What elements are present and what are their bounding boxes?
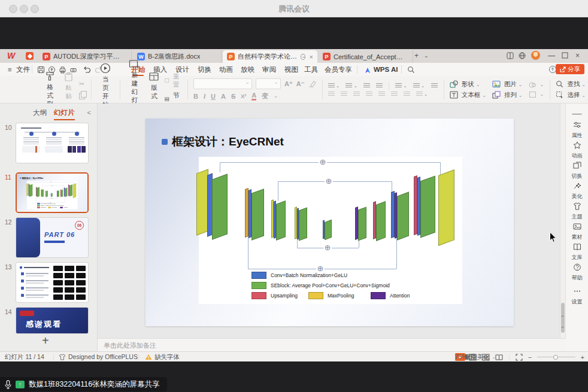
superscript-button[interactable]: X² bbox=[241, 93, 246, 99]
sidebar-tool-beautify[interactable]: 美化 bbox=[566, 181, 588, 200]
wps-logo[interactable]: W bbox=[7, 51, 14, 60]
italic-button[interactable]: I bbox=[204, 93, 205, 100]
collapse-panel-icon[interactable]: < bbox=[87, 109, 91, 116]
underline-button[interactable]: U bbox=[211, 93, 216, 100]
increase-indent-button[interactable] bbox=[376, 83, 383, 89]
strikethrough-button[interactable]: S bbox=[231, 93, 235, 100]
text-effect-button[interactable]: 变 bbox=[262, 92, 268, 101]
tab-slides[interactable]: 幻灯片 bbox=[54, 108, 75, 120]
add-slide-button[interactable]: + bbox=[42, 334, 49, 348]
document-tab[interactable]: PAUTODL深度学习平台操作指南.pdf bbox=[38, 50, 132, 63]
align-left-button[interactable] bbox=[328, 92, 335, 97]
distribute-button[interactable] bbox=[378, 92, 385, 97]
officeplus-credit[interactable]: Designed by OfficePLUS bbox=[59, 352, 138, 361]
slide-thumbnail[interactable] bbox=[16, 262, 89, 303]
menu-5[interactable]: 动画 bbox=[219, 63, 233, 76]
text-direction-button[interactable] bbox=[431, 83, 438, 89]
split-view-icon[interactable] bbox=[507, 52, 514, 61]
wps-ai-menu[interactable]: WPS AI bbox=[374, 63, 398, 76]
paste-button[interactable]: 粘贴 ⌄ bbox=[60, 72, 77, 108]
document-tab[interactable]: P自然科学类学术论文+EyeCRN× bbox=[223, 50, 317, 63]
reading-view-icon[interactable] bbox=[495, 354, 503, 361]
zoom-in-button[interactable]: + bbox=[581, 354, 584, 361]
document-tab[interactable]: PCertificate_of_Acceptance_of_SPM bbox=[319, 50, 413, 63]
font-family-combo[interactable] bbox=[193, 78, 252, 89]
slide-thumbnail[interactable]: 感谢观看 bbox=[16, 307, 89, 334]
zoom-slider[interactable] bbox=[537, 357, 575, 357]
fit-slide-icon[interactable] bbox=[516, 354, 523, 361]
new-tab-button[interactable]: + bbox=[414, 51, 419, 60]
slide-thumbnail[interactable] bbox=[16, 123, 89, 163]
decrease-indent-button[interactable] bbox=[363, 83, 370, 89]
paragraph-more-button[interactable]: ⌄ bbox=[416, 92, 428, 97]
font-size-combo[interactable] bbox=[256, 78, 281, 89]
zoom-level[interactable]: 75%⌄ bbox=[455, 352, 474, 361]
file-menu[interactable]: 文件 bbox=[16, 63, 30, 76]
sidebar-tool-help[interactable]: 帮助 bbox=[566, 263, 588, 282]
window-minimize-button[interactable]: — bbox=[548, 51, 555, 60]
merge-shapes-button[interactable]: ⌄ bbox=[529, 81, 544, 89]
reset-slide-button[interactable]: 重置 bbox=[165, 72, 181, 89]
slide-layout-button[interactable]: 版式 ⌄ bbox=[146, 72, 162, 108]
sidebar-tool-assets[interactable]: 素材 bbox=[566, 222, 588, 241]
file-hamburger-icon[interactable]: ≡ bbox=[8, 63, 12, 76]
collapse-rightbar-icon[interactable]: — bbox=[566, 108, 588, 119]
search-icon[interactable] bbox=[407, 65, 416, 74]
menu-8[interactable]: 视图 bbox=[284, 63, 298, 76]
align-center-button[interactable] bbox=[341, 92, 347, 97]
slide-size-button[interactable]: ⌄ bbox=[529, 91, 544, 98]
line-spacing-button[interactable]: ⌄ bbox=[413, 83, 425, 89]
zoom-slider-thumb[interactable] bbox=[553, 355, 558, 360]
align-right-button[interactable] bbox=[353, 92, 360, 97]
slide-thumbnail[interactable]: PART 0606 bbox=[16, 217, 89, 258]
window-restore-button[interactable] bbox=[562, 52, 568, 60]
tab-close-icon[interactable]: × bbox=[310, 53, 313, 60]
zoom-out-button[interactable]: − bbox=[528, 354, 532, 361]
find-button[interactable]: 查找 ⌄ bbox=[556, 80, 586, 89]
slide-editor[interactable]: 框架设计：EyeCRNet⊕⊕⊕⊕Conv+Batch Normalizatio… bbox=[146, 118, 514, 326]
font-color-button[interactable]: A bbox=[251, 92, 256, 101]
window-close-button[interactable]: × bbox=[575, 51, 580, 60]
align-middle-button[interactable] bbox=[404, 92, 410, 97]
sidebar-tool-transition[interactable]: 切换 bbox=[566, 161, 588, 180]
bold-button[interactable]: B bbox=[193, 93, 198, 100]
menu-10[interactable]: 会员专享 bbox=[325, 63, 352, 76]
cut-icon[interactable]: ✂ bbox=[79, 80, 85, 88]
menu-4[interactable]: 切换 bbox=[198, 63, 211, 76]
columns-button[interactable]: ⌄ bbox=[395, 83, 407, 89]
notes-input[interactable]: 单击此处添加备注 bbox=[98, 338, 566, 351]
decrease-font-button[interactable]: A⁻ bbox=[296, 80, 305, 88]
sidebar-tool-settings[interactable]: 设置 bbox=[566, 287, 588, 306]
sidebar-tool-sliders[interactable]: 属性 bbox=[566, 120, 588, 139]
undo-icon[interactable] bbox=[83, 65, 91, 74]
menu-6[interactable]: 放映 bbox=[241, 63, 254, 76]
char-spacing-button[interactable]: A bbox=[221, 93, 226, 100]
justify-button[interactable] bbox=[366, 92, 372, 97]
tab-list-chevron[interactable]: ⌄ bbox=[424, 51, 429, 60]
bullets-button[interactable]: ⌄ bbox=[328, 83, 340, 89]
clear-format-icon[interactable] bbox=[308, 80, 316, 87]
docer-icon[interactable] bbox=[26, 52, 34, 60]
copy-icon[interactable] bbox=[79, 93, 85, 99]
increase-font-button[interactable]: A⁺ bbox=[284, 80, 293, 88]
tab-outline[interactable]: 大纲 bbox=[33, 108, 47, 117]
textbox-button[interactable]: 文本框 ⌄ bbox=[450, 91, 486, 99]
menu-7[interactable]: 审阅 bbox=[262, 63, 276, 76]
numbering-button[interactable]: ⌄ bbox=[345, 83, 357, 89]
arrange-button[interactable]: 排列 ⌄ bbox=[492, 91, 523, 99]
slide-thumbnail[interactable]: 框架设计：EyeCRNet⊕⊕⊕⊕Conv+Batch Normalizatio… bbox=[16, 172, 89, 213]
missing-font-warning[interactable]: 缺失字体 bbox=[145, 352, 180, 361]
menu-9[interactable]: 工具 bbox=[304, 63, 318, 76]
account-avatar[interactable] bbox=[531, 51, 540, 60]
share-button[interactable]: 分享 bbox=[556, 64, 584, 74]
align-top-button[interactable] bbox=[391, 92, 398, 97]
sidebar-tool-theme[interactable]: 主题 bbox=[566, 202, 588, 221]
slide-canvas[interactable]: 框架设计：EyeCRNet⊕⊕⊕⊕Conv+Batch Normalizatio… bbox=[98, 104, 560, 338]
document-tab[interactable]: WB-2蒸馏思路.docx bbox=[133, 50, 222, 63]
sidebar-tool-library[interactable]: 文库 bbox=[566, 242, 588, 262]
picture-button[interactable]: 图片 ⌄ bbox=[492, 80, 523, 89]
select-button[interactable]: 选择 ⌄ bbox=[556, 91, 586, 99]
globe-icon[interactable] bbox=[519, 52, 526, 61]
format-painter-button[interactable]: 格式刷 bbox=[42, 71, 58, 108]
sidebar-tool-star[interactable]: 动画 bbox=[566, 141, 588, 160]
